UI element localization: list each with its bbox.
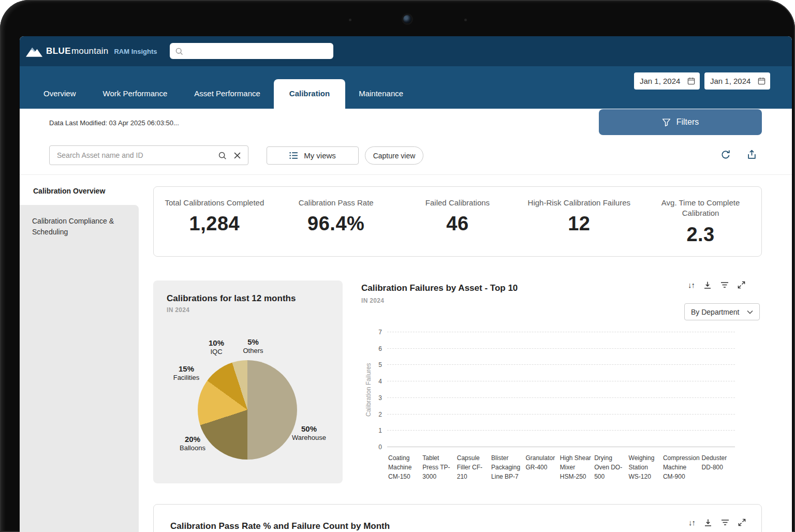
download-icon[interactable] [703, 281, 712, 289]
kpi-avg-time: Avg. Time to Complete Calibration 2.3 [640, 187, 761, 256]
refresh-icon[interactable] [720, 150, 731, 160]
global-search[interactable] [170, 43, 333, 59]
date-to-picker[interactable]: Jan 1, 2024 [704, 72, 770, 90]
filters-label: Filters [676, 117, 699, 127]
screen: BLUE mountain RAM Insights Overview Work… [20, 36, 792, 532]
calendar-icon [687, 77, 695, 85]
kpi-value: 1,284 [154, 213, 275, 235]
download-icon[interactable] [704, 519, 712, 527]
pie-label-iqc: 10% IQC [201, 338, 232, 356]
bar-category-label: Capsule Filler CF-210 [456, 453, 490, 481]
bar-category-label: Deduster DD-800 [701, 453, 735, 481]
y-tick-label: 2 [378, 411, 382, 418]
pie-chart[interactable] [198, 360, 297, 460]
y-tick-label: 1 [378, 427, 382, 434]
toolbar: My views Capture view [20, 137, 792, 175]
export-icon[interactable] [747, 150, 757, 159]
pie-label-balloons: 20% Balloons [174, 435, 211, 452]
asset-search-input[interactable] [57, 151, 211, 159]
toolbar-actions [720, 150, 757, 160]
pie-name: Balloons [174, 444, 211, 452]
expand-icon[interactable] [738, 281, 745, 289]
tab-overview[interactable]: Overview [30, 80, 90, 109]
pie-pct: 20% [174, 435, 211, 444]
pie-name: IQC [201, 348, 232, 356]
pie-label-warehouse: 50% Warehouse [287, 424, 331, 441]
date-from-picker[interactable]: Jan 1, 2024 [634, 72, 700, 90]
y-tick-label: 7 [378, 329, 382, 336]
bar-category-label: Coating Machine CM-150 [387, 453, 421, 481]
kpi-label: Failed Calibrations [406, 198, 509, 208]
pie-label-others: 5% Others [237, 337, 269, 354]
bar-category-label: Tablet Press TP-3000 [421, 453, 455, 481]
capture-view-label: Capture view [373, 152, 416, 160]
y-tick-label: 5 [378, 361, 382, 368]
kpi-value: 12 [518, 213, 640, 235]
expand-icon[interactable] [738, 519, 746, 526]
bottom-card-actions: ↓↑ [688, 518, 746, 527]
kpi-failed-calibrations: Failed Calibrations 46 [397, 187, 519, 256]
department-dropdown[interactable]: By Department [684, 303, 760, 320]
pie-pct: 5% [237, 337, 269, 346]
pie-chart-card: Calibrations for last 12 months IN 2024 … [153, 280, 343, 483]
capture-view-button[interactable]: Capture view [365, 146, 423, 165]
front-camera [403, 15, 411, 23]
top-bar: BLUE mountain RAM Insights [20, 36, 792, 66]
kpi-label: Total Calibrations Completed [163, 198, 266, 208]
funnel-icon [662, 118, 671, 127]
bar-category-label: Weighing Station WS-120 [628, 453, 662, 481]
sensor-dot [349, 19, 351, 21]
brand-logo: BLUE mountain RAM Insights [26, 46, 157, 57]
filter-lines-icon[interactable] [721, 519, 729, 526]
my-views-button[interactable]: My views [267, 146, 359, 165]
my-views-label: My views [304, 151, 336, 160]
bar-category-label: High Shear Mixer HSM-250 [559, 453, 593, 481]
content-area: Total Calibrations Completed 1,284 Calib… [139, 175, 792, 532]
device-frame: BLUE mountain RAM Insights Overview Work… [0, 0, 795, 532]
department-dropdown-value: By Department [691, 308, 739, 316]
brand-blue: BLUE [46, 46, 71, 56]
pie-chart-subtitle: IN 2024 [167, 306, 329, 314]
tab-asset-performance[interactable]: Asset Performance [181, 80, 274, 109]
bottom-card-title: Calibration Pass Rate % and Failure Coun… [170, 521, 745, 531]
tab-calibration[interactable]: Calibration [274, 79, 345, 109]
bar-chart-card: ↓↑ Calibration Failures by Asset - Top 1… [361, 280, 762, 502]
tab-maintenance[interactable]: Maintenance [345, 80, 417, 109]
kpi-value: 46 [397, 213, 519, 235]
global-search-input[interactable] [187, 47, 328, 55]
kpi-value: 2.3 [640, 224, 761, 246]
brand-product: RAM Insights [114, 48, 157, 55]
pass-rate-by-month-card: ↓↑ Calibration Pass Rate % and Failure C… [153, 504, 762, 532]
sub-header: Data Last Modified: 03 Apr 2025 06:03:50… [20, 109, 792, 137]
date-from-value: Jan 1, 2024 [640, 77, 680, 85]
pie-chart-title: Calibrations for last 12 months [167, 293, 329, 304]
sidebar-item-calibration-compliance[interactable]: Calibration Compliance & Scheduling [20, 205, 139, 248]
bar-series [387, 332, 735, 447]
asset-search[interactable] [49, 145, 248, 165]
sort-icon[interactable]: ↓↑ [688, 280, 695, 289]
pie-pct: 50% [287, 424, 331, 433]
search-icon [175, 47, 183, 55]
sort-icon[interactable]: ↓↑ [688, 518, 695, 527]
kpi-value: 96.4% [275, 213, 397, 235]
bar-category-label: Compression Machine CM-900 [662, 453, 701, 481]
kpi-label: Avg. Time to Complete Calibration [649, 198, 753, 219]
brand-mountain: mountain [71, 46, 109, 56]
pie-pct: 15% [168, 364, 205, 373]
calendar-icon [758, 77, 765, 85]
tab-work-performance[interactable]: Work Performance [90, 80, 181, 109]
nav-bar: Overview Work Performance Asset Performa… [20, 66, 792, 109]
pie-label-facilities: 15% Facilities [168, 364, 205, 381]
search-icon[interactable] [218, 151, 227, 160]
y-tick-label: 0 [378, 444, 382, 451]
bar-category-label: Granulator GR-400 [524, 453, 558, 481]
y-tick-label: 4 [378, 378, 382, 385]
bar-category-label: Drying Oven DO-500 [593, 453, 627, 481]
sidebar: Calibration Overview Calibration Complia… [20, 175, 139, 532]
filter-lines-icon[interactable] [720, 282, 729, 288]
filters-button[interactable]: Filters [599, 109, 762, 135]
sidebar-panel: Calibration Compliance & Scheduling [20, 205, 139, 532]
clear-icon[interactable] [234, 152, 241, 159]
date-to-value: Jan 1, 2024 [710, 77, 750, 85]
sidebar-item-calibration-overview[interactable]: Calibration Overview [20, 175, 139, 205]
